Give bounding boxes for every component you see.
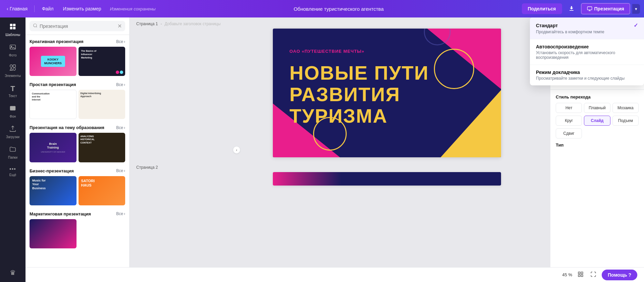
text-icon: T xyxy=(10,84,15,93)
sidebar-item-more[interactable]: ••• Ещё xyxy=(1,163,24,179)
slide1-wrap: ОАО «ПУТЕШЕСТВИЕ МЕЧТЫ» НОВЫЕ ПУТИ РАЗВИ… xyxy=(273,29,501,157)
chevron-left-icon: ‹ xyxy=(236,148,237,152)
search-input[interactable] xyxy=(40,24,115,29)
sidebar-more-label: Ещё xyxy=(9,173,16,177)
resize-menu[interactable]: Изменить размер xyxy=(59,5,104,13)
topnav: ‹ Главная Файл Изменить размер Изменения… xyxy=(0,0,644,17)
creative-all[interactable]: Все › xyxy=(116,39,125,44)
template-panel: ✕ Креативная презентация Все › KOOKYMUNC… xyxy=(26,17,130,282)
elements-icon xyxy=(9,64,16,73)
svg-rect-10 xyxy=(13,68,15,70)
sidebar-uploads-label: Загрузки xyxy=(6,135,19,139)
sidebar-item-templates[interactable]: Шаблоны xyxy=(1,20,24,39)
sidebar-item-elements[interactable]: Элементы xyxy=(1,61,24,80)
type-label: Тип xyxy=(556,143,639,148)
transition-shift[interactable]: Сдвиг xyxy=(556,128,582,138)
template-digital[interactable]: Digital AdvertisingApproach xyxy=(79,90,126,119)
slide1-subtitle: ОАО «ПУТЕШЕСТВИЕ МЕЧТЫ» xyxy=(290,49,364,54)
search-icon xyxy=(33,23,38,29)
fullscreen-button[interactable] xyxy=(589,270,598,280)
back-label: Главная xyxy=(10,6,28,11)
template-kooky[interactable]: KOOKYMUNCHERS xyxy=(30,47,77,76)
education-all[interactable]: Все › xyxy=(116,125,125,130)
sidebar-item-folders[interactable]: Папки xyxy=(1,143,24,162)
download-button[interactable] xyxy=(565,3,578,15)
topnav-actions: Поделиться Презентация ▾ xyxy=(522,3,640,15)
page2-label: Страница 2 xyxy=(136,165,158,170)
template-music[interactable]: Music forYourBusiness xyxy=(30,176,77,205)
page1-label: Страница 1 xyxy=(136,22,158,26)
slide2-preview[interactable] xyxy=(273,172,501,186)
sidebar-item-crown[interactable]: ♛ xyxy=(1,266,24,279)
photos-icon xyxy=(9,43,16,52)
marketing-all[interactable]: Все › xyxy=(116,211,125,216)
back-button[interactable]: ‹ Главная xyxy=(4,5,30,13)
template-satori[interactable]: SATORIHAUS xyxy=(79,176,126,205)
svg-rect-4 xyxy=(13,27,15,29)
dropdown-autoplay[interactable]: Автовоспроизведение Установить скорость … xyxy=(530,39,644,65)
uploads-icon xyxy=(9,125,16,134)
sidebar-item-background[interactable]: Фон xyxy=(1,102,24,121)
simple-header: Простая презентация Все › xyxy=(30,82,125,87)
sidebar-background-label: Фон xyxy=(10,115,16,118)
transition-slide[interactable]: Слайд xyxy=(584,116,610,126)
sidebar-item-photos[interactable]: Фото xyxy=(1,41,24,60)
transition-label: Стиль перехода xyxy=(556,94,639,99)
back-arrow-icon: ‹ xyxy=(7,6,8,11)
dropdown-standard[interactable]: Стандарт ✓ Продвигайтесь в комфортном те… xyxy=(530,17,644,39)
help-button[interactable]: Помощь ? xyxy=(602,270,637,280)
transition-circle[interactable]: Круг xyxy=(556,116,582,126)
search-clear-icon[interactable]: ✕ xyxy=(117,23,122,29)
transition-rise[interactable]: Подъем xyxy=(612,116,639,126)
bottom-bar: 45 % Помощь ? xyxy=(26,267,644,282)
simple-title: Простая презентация xyxy=(30,82,76,87)
template-list: Креативная презентация Все › KOOKYMUNCHE… xyxy=(26,35,129,282)
chevron-right-icon2: › xyxy=(124,82,125,87)
slide2-wrap xyxy=(273,172,501,186)
template-marketing1[interactable] xyxy=(30,219,77,248)
template-analyzing[interactable]: ANALYZINGHISTORICALCONTEXT xyxy=(79,133,126,162)
svg-point-12 xyxy=(34,24,37,27)
svg-marker-9 xyxy=(10,68,12,70)
file-menu[interactable]: Файл xyxy=(39,5,57,13)
svg-rect-16 xyxy=(578,275,580,276)
creative-title: Креативная презентация xyxy=(30,39,84,44)
marketing-grid xyxy=(30,219,125,248)
left-sidebar: Шаблоны Фото Элементы T Текст Фон xyxy=(0,17,26,282)
template-communication[interactable]: Communicationand theInternet xyxy=(30,90,77,119)
creative-section: Креативная презентация Все › KOOKYMUNCHE… xyxy=(30,39,125,76)
chevron-right-icon: › xyxy=(124,39,125,44)
page1-placeholder[interactable]: Добавьте заголовок страницы xyxy=(164,22,220,26)
grid-view-button[interactable] xyxy=(576,270,585,280)
simple-all[interactable]: Все › xyxy=(116,82,125,87)
template-brain[interactable]: BrainTraining UNIVERSITY OF DENVER xyxy=(30,133,77,162)
transition-none[interactable]: Нет xyxy=(556,103,582,113)
more-icon: ••• xyxy=(9,166,16,172)
transition-smooth[interactable]: Плавный xyxy=(584,103,610,113)
template-influencer[interactable]: The Basics ofInfluencerMarketing xyxy=(79,47,126,76)
transition-mosaic[interactable]: Мозаика xyxy=(612,103,639,113)
page1-divider: - xyxy=(160,22,162,26)
svg-rect-14 xyxy=(578,272,580,274)
slide1[interactable]: ОАО «ПУТЕШЕСТВИЕ МЕЧТЫ» НОВЫЕ ПУТИ РАЗВИ… xyxy=(273,29,501,157)
present-dropdown-button[interactable]: ▾ xyxy=(632,4,640,14)
dropdown-presenter[interactable]: Режим докладчика Просматривайте заметки … xyxy=(530,65,644,85)
share-button[interactable]: Поделиться xyxy=(522,3,562,14)
templates-icon xyxy=(9,23,16,32)
present-button[interactable]: Презентация xyxy=(581,3,630,14)
crown-icon: ♛ xyxy=(10,269,16,277)
circle-top-right xyxy=(434,49,474,89)
sidebar-item-text[interactable]: T Текст xyxy=(1,82,24,100)
sidebar-folders-label: Папки xyxy=(8,156,17,159)
slide1-background: ОАО «ПУТЕШЕСТВИЕ МЕЧТЫ» НОВЫЕ ПУТИ РАЗВИ… xyxy=(273,29,501,157)
business-all[interactable]: Все › xyxy=(116,168,125,173)
simple-section: Простая презентация Все › Communicationa… xyxy=(30,82,125,119)
nav-divider xyxy=(34,5,35,12)
business-header: Бизнес-презентация Все › xyxy=(30,168,125,173)
transition-section: Стиль перехода Нет Плавный Мозаика Круг … xyxy=(550,90,644,154)
panel-collapse-button[interactable]: ‹ xyxy=(233,146,240,154)
sidebar-item-uploads[interactable]: Загрузки xyxy=(1,122,24,142)
search-bar: ✕ xyxy=(26,17,129,35)
saved-status: Изменения сохранены xyxy=(110,6,155,11)
document-title: Обновление туристического агентства xyxy=(294,6,384,12)
